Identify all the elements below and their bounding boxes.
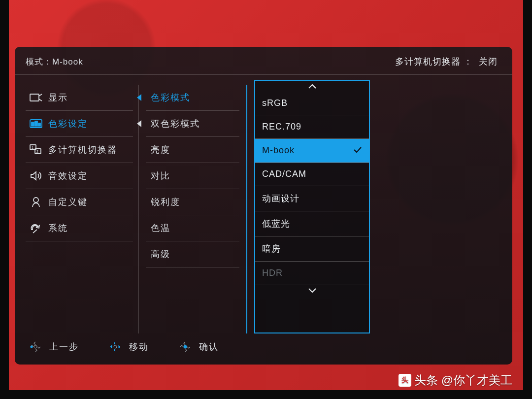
svg-point-12 — [114, 345, 117, 348]
sub-label: 锐利度 — [151, 197, 180, 207]
sub-label: 双色彩模式 — [151, 119, 200, 129]
osd-header: 模式：M-book 多计算机切换器 ： 关闭 — [15, 47, 512, 75]
current-mode: 模式：M-book — [26, 56, 83, 67]
svg-rect-3 — [35, 121, 37, 126]
option-label: sRGB — [262, 98, 288, 108]
svg-point-11 — [31, 346, 33, 348]
option-animation[interactable]: 动画设计 — [255, 186, 369, 211]
menu-color[interactable]: 色彩设定 — [26, 111, 133, 137]
menu-label: 显示 — [48, 92, 68, 103]
option-hdr: HDR — [255, 262, 369, 285]
footer-label: 确认 — [199, 341, 219, 353]
svg-point-13 — [184, 345, 187, 349]
sub-advanced[interactable]: 高级 — [146, 241, 239, 267]
svg-text:2: 2 — [36, 150, 39, 153]
svg-rect-2 — [32, 122, 34, 126]
option-low-blue[interactable]: 低蓝光 — [255, 211, 369, 236]
sub-menu: 色彩模式 双色彩模式 亮度 对比 锐利度 色温 高级 — [139, 85, 247, 333]
kvm-icon: 12 — [30, 144, 42, 155]
option-darkroom[interactable]: 暗房 — [255, 236, 369, 262]
option-mbook[interactable]: M-book — [255, 139, 369, 163]
menu-kvm[interactable]: 12 多计算机切换器 — [26, 137, 133, 163]
custom-key-icon — [30, 197, 42, 207]
color-icon — [30, 118, 42, 129]
caret-left-icon — [137, 120, 141, 127]
sub-label: 对比 — [151, 171, 170, 181]
caret-left-icon — [137, 94, 141, 101]
osd-panel: 模式：M-book 多计算机切换器 ： 关闭 显示 色彩设定 12 — [15, 47, 512, 365]
sub-label: 色彩模式 — [151, 93, 190, 102]
sub-color-mode[interactable]: 色彩模式 — [146, 85, 239, 111]
option-label: 低蓝光 — [262, 218, 290, 230]
option-srgb[interactable]: sRGB — [255, 92, 369, 115]
option-cadcam[interactable]: CAD/CAM — [255, 163, 369, 186]
option-label: REC.709 — [262, 122, 301, 132]
footer-label: 移动 — [129, 341, 149, 353]
menu-display[interactable]: 显示 — [26, 85, 133, 111]
menu-custom-key[interactable]: 自定义键 — [26, 189, 133, 215]
menu-label: 色彩设定 — [48, 118, 88, 130]
osd-footer: 上一步 移动 确认 — [15, 331, 512, 365]
color-mode-options: sRGB REC.709 M-book CAD/CAM 动画设计 低蓝光 暗房 … — [254, 80, 370, 333]
footer-label: 上一步 — [49, 341, 79, 353]
option-label: 动画设计 — [262, 193, 299, 204]
scroll-up-icon[interactable] — [255, 81, 369, 92]
menu-system[interactable]: 系统 — [26, 215, 133, 241]
footer-confirm: 确认 — [178, 340, 219, 354]
sub-label: 亮度 — [151, 145, 170, 155]
watermark-logo-icon: 头 — [399, 374, 411, 387]
footer-back: 上一步 — [29, 340, 79, 354]
svg-rect-4 — [38, 123, 40, 126]
svg-text:1: 1 — [32, 146, 34, 149]
svg-rect-0 — [30, 94, 39, 101]
menu-label: 多计算机切换器 — [48, 144, 117, 156]
option-label: CAD/CAM — [262, 169, 306, 179]
sub-brightness[interactable]: 亮度 — [146, 137, 239, 163]
sub-label: 高级 — [151, 249, 170, 259]
sub-color-temp[interactable]: 色温 — [146, 215, 239, 241]
option-rec709[interactable]: REC.709 — [255, 115, 369, 139]
audio-icon — [30, 170, 42, 181]
scroll-down-icon[interactable] — [255, 285, 369, 296]
menu-audio[interactable]: 音效设定 — [26, 163, 133, 189]
kvm-status: 多计算机切换器 ： 关闭 — [395, 56, 498, 67]
system-icon — [30, 223, 42, 233]
menu-label: 自定义键 — [48, 196, 88, 208]
display-icon — [30, 92, 42, 103]
svg-point-10 — [34, 345, 37, 348]
option-label: M-book — [262, 145, 295, 156]
footer-move: 移动 — [108, 340, 149, 354]
nav-move-icon — [108, 340, 122, 354]
nav-center-icon — [178, 340, 192, 354]
option-label: HDR — [262, 268, 283, 278]
main-menu: 显示 色彩设定 12 多计算机切换器 音效设定 — [26, 85, 139, 333]
sub-sharpness[interactable]: 锐利度 — [146, 189, 239, 215]
check-icon — [353, 146, 362, 155]
menu-label: 系统 — [48, 222, 68, 234]
option-label: 暗房 — [262, 243, 281, 255]
sub-label: 色温 — [151, 223, 170, 233]
menu-label: 音效设定 — [48, 170, 88, 182]
watermark: 头 头条 @你丫才美工 — [399, 372, 512, 388]
watermark-text: 头条 @你丫才美工 — [414, 372, 512, 388]
sub-dual-color[interactable]: 双色彩模式 — [146, 111, 239, 137]
nav-left-icon — [29, 340, 42, 354]
sub-contrast[interactable]: 对比 — [146, 163, 239, 189]
svg-point-9 — [33, 198, 38, 202]
